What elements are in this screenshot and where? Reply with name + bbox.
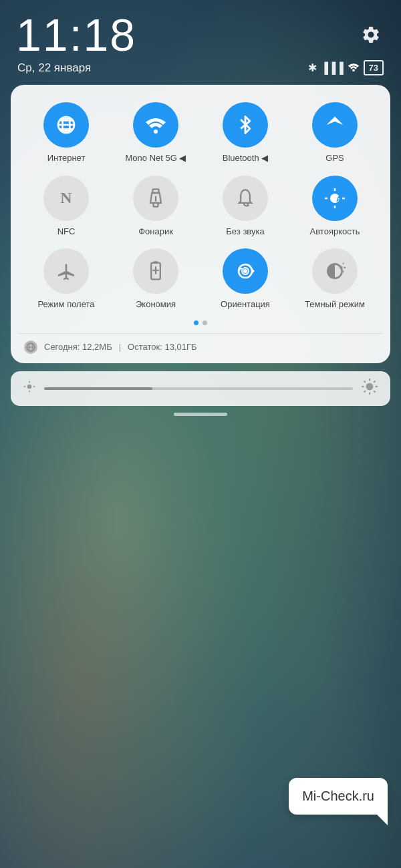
tile-autobrightness-circle: A [312,176,358,221]
tile-bluetooth-label: Bluetooth ◀ [223,153,269,164]
signal-bars-icon: ▐▐▐ [321,62,344,74]
wifi-tile-icon [144,116,167,134]
tile-internet[interactable]: Интернет [21,98,111,168]
tile-silent-circle [223,176,268,221]
status-icons: ✱ ▐▐▐ 73 [308,60,384,75]
tile-gps[interactable]: GPS [290,98,380,168]
tile-battery-saver-label: Экономия [136,299,176,310]
battery-saver-icon [146,260,165,282]
pagination-dot-2[interactable] [203,320,207,325]
gear-icon [361,25,381,45]
flashlight-icon [146,188,165,209]
tile-flashlight[interactable]: Фонарик [111,172,200,241]
tile-rotation-label: Ориентация [221,299,270,310]
auto-brightness-icon: A [323,187,346,210]
svg-point-5 [154,130,158,134]
tile-airplane-label: Режим полета [37,299,94,310]
svg-point-31 [27,385,32,389]
divider [19,333,382,334]
data-usage-row: Сегодня: 12,2МБ | Остаток: 13,01ГБ [21,341,380,354]
tile-flashlight-label: Фонарик [138,226,173,237]
svg-line-25 [343,263,344,264]
tile-wifi[interactable]: Mono Net 5G ◀ [111,98,200,168]
svg-point-36 [366,383,374,390]
tile-rotation[interactable]: Ориентация [200,244,290,314]
data-usage-icon [24,341,37,354]
quick-settings-panel: Интернет Mono Net 5G ◀ Bluetooth ◀ [11,85,390,363]
tile-dark-mode-label: Темный режим [305,299,365,310]
brightness-high-icon [361,378,378,399]
brightness-fill [44,387,152,390]
svg-line-44 [364,391,366,392]
brightness-track[interactable] [44,387,353,390]
settings-button[interactable] [357,21,385,49]
data-remaining: Остаток: 13,01ГБ [128,342,196,352]
svg-rect-23 [243,268,248,274]
rotation-icon [234,260,257,282]
tile-gps-label: GPS [325,153,344,164]
dark-mode-icon [324,260,346,282]
tile-internet-label: Интернет [47,153,86,164]
tile-flashlight-circle [133,176,178,221]
brightness-low-icon [23,380,36,397]
internet-icon [55,114,77,136]
tile-autobrightness[interactable]: A Автояркость [290,172,380,241]
wifi-icon [348,62,360,71]
watermark-text: Mi-Check.ru [302,789,374,803]
nfc-icon: N [60,189,72,207]
date: Ср, 22 января [17,61,91,75]
data-today: Сегодня: 12,2МБ [44,342,112,352]
svg-line-42 [374,391,375,392]
svg-line-43 [374,381,375,382]
svg-rect-16 [154,261,158,263]
clock: 11:18 [16,12,136,57]
svg-text:A: A [336,195,342,203]
sun-large-icon [361,378,378,395]
svg-rect-7 [154,202,158,206]
home-bar [174,413,227,416]
tile-rotation-circle [223,248,268,294]
svg-point-0 [352,69,355,71]
svg-line-41 [364,381,366,382]
airplane-icon [55,260,77,282]
globe-small-icon [26,343,35,352]
tile-nfc-circle: N [43,176,89,221]
tile-dark-mode[interactable]: Темный режим [290,244,380,314]
tile-battery-saver-circle [133,248,178,294]
sun-small-icon [23,380,36,393]
home-indicator[interactable] [0,413,401,416]
battery-indicator: 73 [364,60,384,75]
pagination-dot-1[interactable] [194,320,198,325]
brightness-slider-container[interactable] [11,371,390,406]
gps-tile-icon [325,115,345,135]
tiles-grid: Интернет Mono Net 5G ◀ Bluetooth ◀ [21,98,380,314]
tile-nfc-label: NFC [57,226,76,237]
svg-point-24 [340,266,343,269]
tile-dark-mode-circle [312,248,358,294]
watermark: Mi-Check.ru [289,778,388,815]
bluetooth-status-icon: ✱ [308,61,317,74]
svg-marker-21 [252,268,255,274]
tile-wifi-label: Mono Net 5G ◀ [126,153,186,164]
tile-silent-label: Без звука [226,226,264,237]
wifi-status-icon [348,62,360,74]
status-bar: 11:18 Ср, 22 января ✱ ▐▐▐ 73 [0,0,401,78]
tile-bluetooth[interactable]: Bluetooth ◀ [200,98,290,168]
tile-airplane[interactable]: Режим полета [21,244,111,314]
tile-battery-saver[interactable]: Экономия [111,244,200,314]
bell-icon [236,188,255,209]
tile-nfc[interactable]: N NFC [21,172,111,241]
tile-airplane-circle [43,248,89,294]
tile-silent[interactable]: Без звука [200,172,290,241]
tile-internet-circle [43,102,89,148]
tile-autobrightness-label: Автояркость [310,226,360,237]
data-separator: | [119,342,121,352]
svg-line-27 [343,271,344,272]
tile-gps-circle [312,102,358,148]
tile-wifi-circle [133,102,178,148]
pagination [21,320,380,325]
bluetooth-tile-icon [236,114,255,136]
tile-bluetooth-circle [223,102,268,148]
